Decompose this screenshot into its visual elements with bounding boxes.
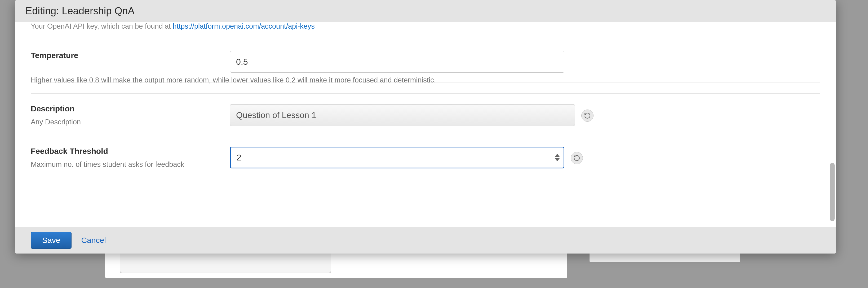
description-label: Description: [31, 104, 230, 113]
modal-footer: Save Cancel: [15, 227, 836, 254]
description-input[interactable]: [230, 104, 575, 126]
save-button[interactable]: Save: [31, 232, 71, 249]
feedback-input-wrapper[interactable]: [230, 147, 564, 168]
modal-title: Editing: Leadership QnA: [25, 5, 826, 17]
apikey-link[interactable]: https://platform.openai.com/account/api-…: [173, 22, 315, 30]
feedback-row: Feedback Threshold Maximum no. of times …: [31, 136, 820, 178]
undo-icon: [574, 154, 580, 162]
spinner-down-icon[interactable]: [555, 158, 560, 161]
feedback-input[interactable]: [237, 147, 558, 168]
apikey-help-row: Your OpenAI API key, which can be found …: [31, 22, 820, 40]
edit-modal: Editing: Leadership QnA Your OpenAI API …: [15, 0, 836, 254]
feedback-label: Feedback Threshold: [31, 147, 230, 156]
spinner-up-icon[interactable]: [555, 154, 560, 157]
cancel-button[interactable]: Cancel: [81, 236, 106, 245]
undo-icon: [584, 112, 591, 119]
number-spinner: [555, 154, 560, 161]
scrollbar-thumb[interactable]: [830, 163, 835, 221]
temperature-label: Temperature: [31, 51, 230, 60]
apikey-help-text: Your OpenAI API key, which can be found …: [31, 22, 315, 30]
temperature-help: Higher values like 0.8 will make the out…: [31, 76, 820, 94]
description-sub: Any Description: [31, 118, 230, 126]
description-row: Description Any Description: [31, 94, 820, 136]
feedback-sub: Maximum no. of times student asks for fe…: [31, 161, 230, 169]
modal-body: Your OpenAI API key, which can be found …: [15, 22, 836, 227]
feedback-reset-button[interactable]: [571, 152, 583, 164]
apikey-help-prefix: Your OpenAI API key, which can be found …: [31, 22, 173, 30]
description-reset-button[interactable]: [581, 110, 593, 122]
temperature-input[interactable]: [230, 51, 564, 73]
modal-header: Editing: Leadership QnA: [15, 0, 836, 22]
